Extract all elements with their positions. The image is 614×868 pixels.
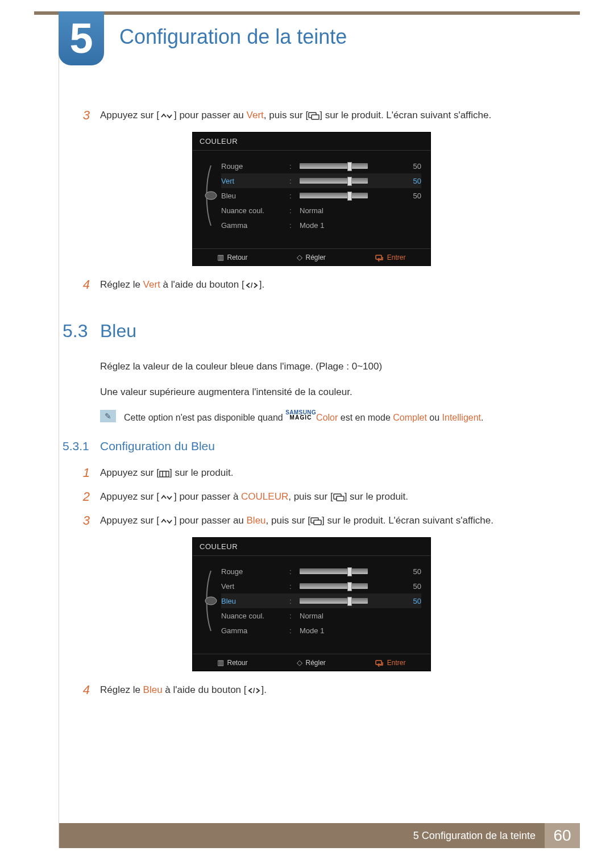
menu-icon: ▥ bbox=[217, 658, 224, 667]
value: Normal bbox=[300, 206, 323, 215]
osd-footer-retour: ▥Retour bbox=[217, 658, 247, 667]
menu-icon bbox=[159, 471, 169, 477]
text: Cette option n'est pas disponible quand bbox=[124, 413, 285, 422]
osd-row-rouge: Rouge : 50 bbox=[221, 564, 421, 579]
step-number: 4 bbox=[61, 277, 100, 292]
adjust-icon: ◇ bbox=[297, 253, 302, 261]
keyword-vert: Vert bbox=[247, 110, 264, 121]
step-text: Réglez le Bleu à l'aide du bouton [/]. bbox=[100, 683, 574, 697]
text: Appuyez sur [ bbox=[100, 110, 159, 121]
footer-chapter-label: 5 Configuration de la teinte bbox=[413, 830, 545, 842]
slider-bar bbox=[300, 163, 368, 169]
slider-bar bbox=[300, 178, 368, 184]
osd-row-gamma: Gamma : Mode 1 bbox=[221, 623, 421, 638]
value: 50 bbox=[404, 567, 421, 576]
adjust-icon: ◇ bbox=[297, 658, 302, 667]
slider-bar bbox=[300, 598, 368, 604]
osd-row-nuance: Nuance coul. : Normal bbox=[221, 608, 421, 623]
text: Appuyez sur [ bbox=[100, 467, 159, 478]
updown-icon bbox=[159, 493, 174, 501]
svg-rect-5 bbox=[160, 471, 169, 477]
enter-icon bbox=[310, 517, 322, 525]
svg-point-12 bbox=[205, 597, 217, 605]
note-icon: ✎ bbox=[100, 410, 116, 422]
osd-footer-entrer: Entrer bbox=[375, 253, 406, 261]
osd-rows: Rouge : 50 Vert : 50 Bleu : 50 bbox=[221, 159, 421, 232]
text: ] sur le produit. L'écran suivant s'affi… bbox=[320, 110, 491, 121]
text: ] sur le produit. bbox=[345, 491, 408, 502]
osd-row-bleu: Bleu : 50 bbox=[221, 188, 421, 203]
section-number: 5.3 bbox=[61, 321, 100, 342]
text: , puis sur [ bbox=[266, 515, 310, 526]
text: ]. bbox=[262, 684, 267, 695]
osd-row-gamma: Gamma : Mode 1 bbox=[221, 218, 421, 232]
value: 50 bbox=[404, 177, 421, 185]
label: Bleu bbox=[221, 597, 284, 605]
osd-row-nuance: Nuance coul. : Normal bbox=[221, 203, 421, 218]
value: Mode 1 bbox=[300, 221, 324, 230]
subsection-heading-5-3-1: 5.3.1 Configuration du Bleu bbox=[61, 439, 574, 453]
osd-footer-regler: ◇Régler bbox=[297, 658, 325, 667]
svg-text:/: / bbox=[251, 281, 253, 289]
chapter-number-badge: 5 bbox=[59, 11, 104, 65]
label: Nuance coul. bbox=[221, 612, 284, 620]
step-number: 1 bbox=[61, 466, 100, 480]
label: Bleu bbox=[221, 192, 284, 200]
osd-row-vert: Vert : 50 bbox=[221, 579, 421, 593]
text: ] pour passer au bbox=[174, 515, 247, 526]
text: , puis sur [ bbox=[264, 110, 308, 121]
step-number: 3 bbox=[61, 108, 100, 123]
slider-bar bbox=[300, 193, 368, 198]
label: Régler bbox=[305, 659, 325, 667]
label: Retour bbox=[227, 254, 247, 261]
osd-side-icon bbox=[201, 564, 221, 638]
slider-bar bbox=[300, 568, 368, 574]
text: Appuyez sur [ bbox=[100, 515, 159, 526]
text: ] sur le produit. bbox=[169, 467, 233, 478]
enter-icon bbox=[375, 253, 384, 261]
osd-title: COULEUR bbox=[193, 538, 430, 556]
osd-side-icon bbox=[201, 159, 221, 232]
osd-row-bleu: Bleu : 50 bbox=[221, 593, 421, 608]
text: ] sur le produit. L'écran suivant s'affi… bbox=[322, 515, 493, 526]
osd-panel-vert: COULEUR Rouge : 50 Vert : 50 bbox=[192, 132, 431, 266]
footer-page-number: 60 bbox=[545, 823, 580, 848]
value: Mode 1 bbox=[300, 626, 324, 635]
osd-footer-retour: ▥Retour bbox=[217, 253, 247, 261]
keyword-intelligent: Intelligent bbox=[442, 413, 482, 422]
text: . bbox=[481, 413, 483, 422]
step-text: Appuyez sur [] pour passer au Bleu, puis… bbox=[100, 513, 574, 528]
sub-step-2: 2 Appuyez sur [] pour passer à COULEUR, … bbox=[61, 489, 574, 504]
samsung-magic-logo: SAMSUNGMAGIC bbox=[285, 410, 316, 420]
enter-icon bbox=[375, 658, 384, 667]
svg-rect-11 bbox=[314, 520, 321, 525]
sub-step-4: 4 Réglez le Bleu à l'aide du bouton [/]. bbox=[61, 683, 574, 697]
value: Normal bbox=[300, 612, 323, 620]
step-number: 4 bbox=[61, 683, 100, 697]
label: Rouge bbox=[221, 162, 284, 171]
osd-footer-regler: ◇Régler bbox=[297, 253, 325, 261]
section-heading-5-3: 5.3 Bleu bbox=[61, 321, 574, 342]
value: 50 bbox=[404, 192, 421, 200]
label: Rouge bbox=[221, 567, 284, 576]
text: est en mode bbox=[338, 413, 393, 422]
note-row: ✎ Cette option n'est pas disponible quan… bbox=[100, 410, 574, 425]
value: 50 bbox=[404, 582, 421, 591]
text: Réglez le bbox=[100, 684, 143, 695]
leftright-icon: / bbox=[247, 687, 262, 695]
label: Gamma bbox=[221, 626, 284, 635]
para-description: Réglez la valeur de la couleur bleue dan… bbox=[100, 359, 574, 375]
subsection-title: Configuration du Bleu bbox=[100, 439, 215, 453]
osd-row-vert: Vert : 50 bbox=[221, 173, 421, 188]
note-text: Cette option n'est pas disponible quand … bbox=[124, 410, 483, 425]
osd-row-rouge: Rouge : 50 bbox=[221, 159, 421, 173]
text: Réglez le bbox=[100, 279, 143, 290]
label: Nuance coul. bbox=[221, 206, 284, 215]
text: à l'aide du bouton [ bbox=[160, 279, 244, 290]
text: ou bbox=[427, 413, 442, 422]
label: Vert bbox=[221, 177, 284, 185]
menu-icon: ▥ bbox=[217, 253, 224, 261]
osd-rows: Rouge : 50 Vert : 50 Bleu : 50 bbox=[221, 564, 421, 638]
slider-bar bbox=[300, 583, 368, 589]
top-step-3: 3 Appuyez sur [] pour passer au Vert, pu… bbox=[61, 108, 574, 123]
